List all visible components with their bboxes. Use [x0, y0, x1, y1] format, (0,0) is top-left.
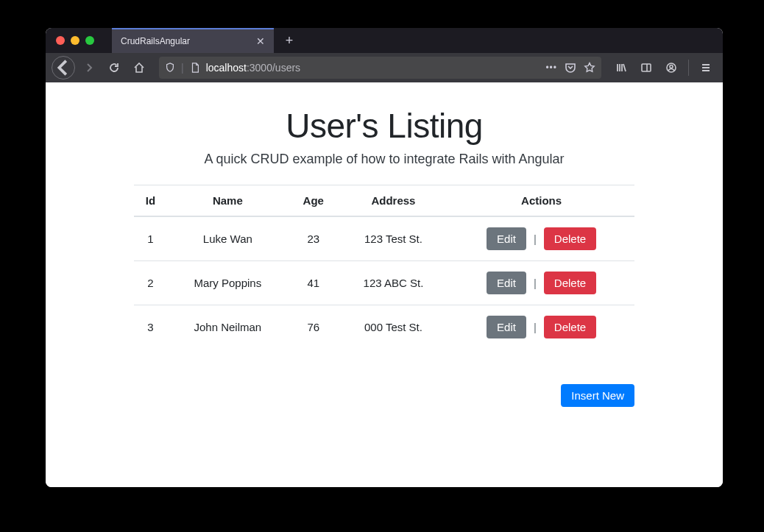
back-button[interactable] — [52, 56, 75, 79]
cell-address: 123 Test St. — [339, 216, 449, 261]
table-row: 3 John Neilman 76 000 Test St. Edit | De… — [134, 305, 634, 350]
actions-cell: Edit | Delete — [454, 272, 629, 294]
home-button[interactable] — [128, 57, 150, 79]
delete-button[interactable]: Delete — [544, 316, 596, 338]
page-icon — [190, 63, 200, 73]
browser-tab[interactable]: CrudRailsAngular ✕ — [112, 28, 274, 53]
page-title: User's Listing — [134, 106, 634, 146]
cell-name: John Neilman — [167, 305, 289, 350]
tab-close-button[interactable]: ✕ — [256, 35, 265, 47]
delete-button[interactable]: Delete — [544, 272, 596, 294]
window-controls — [46, 36, 112, 45]
sidebar-icon[interactable] — [635, 57, 657, 79]
browser-window: CrudRailsAngular ✕ + | localhost:3000/us… — [46, 28, 723, 487]
tab-bar: CrudRailsAngular ✕ + — [46, 28, 723, 53]
window-minimize-button[interactable] — [71, 36, 79, 45]
cell-name: Mary Poppins — [167, 261, 289, 305]
svg-point-2 — [670, 65, 673, 68]
table-row: 2 Mary Poppins 41 123 ABC St. Edit | Del… — [134, 261, 634, 305]
reload-button[interactable] — [103, 57, 125, 79]
edit-button[interactable]: Edit — [487, 272, 526, 294]
action-separator: | — [534, 321, 537, 333]
cell-id: 2 — [134, 261, 167, 305]
delete-button[interactable]: Delete — [544, 227, 596, 250]
page-actions-icon[interactable]: ••• — [545, 63, 557, 73]
actions-cell: Edit | Delete — [454, 316, 629, 338]
page-container: User's Listing A quick CRUD example of h… — [127, 82, 642, 436]
actions-cell: Edit | Delete — [454, 227, 629, 250]
new-tab-button[interactable]: + — [278, 29, 300, 52]
site-identity[interactable]: | — [165, 62, 200, 74]
address-bar[interactable]: | localhost:3000/users ••• — [159, 57, 601, 79]
table-row: 1 Luke Wan 23 123 Test St. Edit | Delete — [134, 216, 634, 261]
col-address: Address — [339, 185, 449, 217]
cell-age: 41 — [289, 261, 339, 305]
cell-age: 76 — [289, 305, 339, 350]
tab-title: CrudRailsAngular — [121, 36, 256, 46]
window-close-button[interactable] — [56, 36, 65, 45]
cell-address: 123 ABC St. — [339, 261, 449, 305]
pocket-icon[interactable] — [565, 62, 576, 74]
table-header-row: Id Name Age Address Actions — [134, 185, 634, 217]
col-id: Id — [134, 185, 167, 217]
insert-new-button[interactable]: Insert New — [561, 384, 634, 407]
toolbar-right — [610, 57, 717, 79]
url-text: localhost:3000/users — [206, 62, 300, 74]
cell-id: 3 — [134, 305, 167, 350]
svg-rect-0 — [642, 64, 651, 71]
account-icon[interactable] — [660, 57, 682, 79]
action-separator: | — [534, 233, 537, 245]
shield-icon — [165, 63, 175, 73]
col-age: Age — [289, 185, 339, 217]
forward-button[interactable] — [78, 57, 100, 79]
bookmark-star-icon[interactable] — [584, 62, 595, 74]
col-name: Name — [167, 185, 289, 217]
cell-id: 1 — [134, 216, 167, 261]
page-viewport: User's Listing A quick CRUD example of h… — [46, 82, 723, 487]
cell-address: 000 Test St. — [339, 305, 449, 350]
users-table: Id Name Age Address Actions 1 Luke Wan 2… — [134, 185, 634, 349]
page-subtitle: A quick CRUD example of how to integrate… — [134, 152, 634, 167]
action-separator: | — [534, 277, 537, 289]
col-actions: Actions — [448, 185, 634, 217]
edit-button[interactable]: Edit — [487, 316, 526, 338]
menu-button[interactable] — [695, 57, 717, 79]
cell-name: Luke Wan — [167, 216, 289, 261]
cell-age: 23 — [289, 216, 339, 261]
edit-button[interactable]: Edit — [487, 227, 526, 250]
window-maximize-button[interactable] — [85, 36, 94, 45]
library-icon[interactable] — [610, 57, 632, 79]
nav-toolbar: | localhost:3000/users ••• — [46, 53, 723, 82]
footer-actions: Insert New — [134, 384, 634, 407]
